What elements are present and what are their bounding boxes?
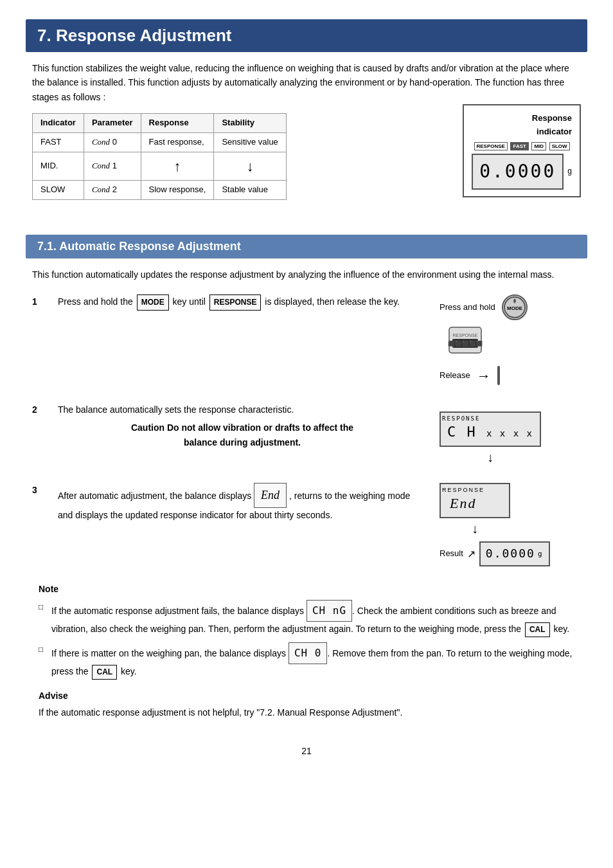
- end-display-inline: End: [254, 483, 287, 508]
- result-label: Result: [440, 547, 463, 561]
- advise-title: Advise: [39, 689, 574, 703]
- press-hold-row: Press and hold MODE: [440, 294, 528, 320]
- step3-text: After automatic adjustment, the balance …: [58, 483, 427, 523]
- section7-title: 7. Response Adjustment: [26, 19, 587, 52]
- section7-container: 7. Response Adjustment This function sta…: [26, 19, 587, 222]
- table-row: MID. Cond 1 ↑ ↓: [33, 152, 287, 180]
- unit-g: g: [567, 165, 572, 177]
- mode-button-detail: RESPONSE ⬛⬛⬛⬛⬛: [446, 324, 484, 360]
- cell-indicator: MID.: [33, 152, 84, 180]
- note-text-1: If the automatic response adjustment fai…: [51, 600, 574, 637]
- cell-param: Cond 2: [84, 180, 141, 199]
- result-display: 0.0000 g: [479, 541, 550, 566]
- result-unit: g: [538, 548, 544, 560]
- cell-stability: Sensitive value: [214, 132, 286, 152]
- svg-text:⬛⬛⬛⬛⬛: ⬛⬛⬛⬛⬛: [448, 340, 483, 347]
- response-badges-row: RESPONSE FAST MID SLOW: [472, 141, 572, 151]
- release-line: [497, 366, 500, 385]
- cell-param: Cond 1: [84, 152, 141, 180]
- step2-caution: Caution Do not allow vibration or drafts…: [58, 420, 427, 451]
- step3-number: 3: [32, 483, 45, 497]
- mode-key-label: MODE: [137, 294, 169, 310]
- col-stability: Stability: [214, 114, 286, 133]
- step2-row: 2 The balance automatically sets the res…: [32, 402, 581, 467]
- note-bullet-1: □: [39, 601, 46, 613]
- badge-fast: FAST: [510, 142, 528, 150]
- note-text-2: If there is matter on the weighing pan, …: [51, 642, 574, 680]
- note-bullet-2: □: [39, 644, 46, 656]
- section7-display-col: Responseindicator RESPONSE FAST MID SLOW…: [463, 104, 581, 197]
- step2-normal-text: The balance automatically sets the respo…: [58, 404, 294, 415]
- ch-display-wrapper: RESPONSE C H x x x x ↓: [440, 411, 541, 467]
- section7-intro: This function stabilizes the weight valu…: [32, 61, 581, 104]
- step1-text: Press and hold the MODE key until RESPON…: [58, 294, 427, 310]
- response-indicator-label: Responseindicator: [472, 112, 572, 139]
- note-item-2: □ If there is matter on the weighing pan…: [39, 642, 574, 680]
- table-row: FAST Cond 0 Fast response, Sensitive val…: [33, 132, 287, 152]
- ch-0-display: CH 0: [289, 642, 328, 664]
- cell-stability: Stable value: [214, 180, 286, 199]
- note-section: Note □ If the automatic response adjustm…: [32, 582, 581, 680]
- advise-section: Advise If the automatic response adjustm…: [32, 689, 581, 720]
- result-row: Result ↗ 0.0000 g: [440, 541, 550, 566]
- end-value: End: [450, 492, 500, 514]
- badge-slow: SLOW: [549, 142, 570, 150]
- lcd-display-row: 0.0000 g: [472, 154, 572, 190]
- badge-response: RESPONSE: [474, 142, 508, 150]
- cal-key-2: CAL: [92, 665, 117, 680]
- result-arrow-icon: ↗: [467, 546, 475, 563]
- lcd-value: 0.0000: [472, 154, 564, 190]
- end-display-label: RESPONSE: [442, 485, 484, 494]
- step1-row: 1 Press and hold the MODE key until RESP…: [32, 294, 581, 387]
- col-indicator: Indicator: [33, 114, 84, 133]
- col-response: Response: [141, 114, 214, 133]
- end-display-wrapper: RESPONSE End ↓: [440, 483, 510, 539]
- step2-diagram: RESPONSE C H x x x x ↓: [440, 405, 581, 467]
- cell-indicator: SLOW: [33, 180, 84, 199]
- cell-response: Slow response,: [141, 180, 214, 199]
- note-item-1: □ If the automatic response adjustment f…: [39, 600, 574, 637]
- ch-display: RESPONSE C H x x x x: [440, 411, 541, 447]
- step3-row: 3 After automatic adjustment, the balanc…: [32, 483, 581, 566]
- ch-display-label: RESPONSE: [442, 414, 480, 423]
- press-hold-label: Press and hold: [440, 301, 495, 314]
- badge-mid: MID: [531, 142, 546, 150]
- ch-value: C H x x x x: [447, 420, 533, 443]
- section71-intro: This function automatically updates the …: [32, 267, 581, 282]
- steps-container: 1 Press and hold the MODE key until RESP…: [32, 294, 581, 566]
- mode-button-diagram: MODE: [502, 294, 528, 320]
- end-display: RESPONSE End: [440, 483, 510, 518]
- table-row: SLOW Cond 2 Slow response, Stable value: [33, 180, 287, 199]
- step1-number: 1: [32, 294, 45, 309]
- end-down-arrow-icon: ↓: [440, 518, 510, 539]
- svg-text:MODE: MODE: [507, 305, 523, 311]
- cell-indicator: FAST: [33, 132, 84, 152]
- svg-text:RESPONSE: RESPONSE: [453, 333, 478, 338]
- section7-table-col: Indicator Parameter Response Stability F…: [32, 104, 443, 209]
- step2-text: The balance automatically sets the respo…: [58, 402, 427, 451]
- section7-top-row: Indicator Parameter Response Stability F…: [32, 104, 581, 209]
- response-key-label: RESPONSE: [209, 294, 262, 310]
- param-table: Indicator Parameter Response Stability F…: [32, 113, 287, 200]
- result-value: 0.0000: [486, 545, 535, 563]
- ch-down-arrow-icon: ↓: [440, 447, 541, 467]
- release-row: Release →: [440, 365, 500, 387]
- step2-number: 2: [32, 402, 45, 417]
- note-title: Note: [39, 582, 574, 596]
- step3-diagram: RESPONSE End ↓ Result ↗ 0.0000 g: [440, 483, 581, 566]
- cell-stability: ↓: [214, 152, 286, 180]
- section71-container: 7.1. Automatic Response Adjustment This …: [26, 235, 587, 733]
- page-number: 21: [26, 746, 587, 756]
- release-arrow-icon: →: [477, 365, 491, 387]
- cell-param: Cond 0: [84, 132, 141, 152]
- col-parameter: Parameter: [84, 114, 141, 133]
- release-label: Release: [440, 369, 470, 383]
- advise-text: If the automatic response adjustment is …: [39, 705, 574, 719]
- section71-title: 7.1. Automatic Response Adjustment: [26, 235, 587, 258]
- ch-ng-display: CH nG: [306, 600, 352, 622]
- response-indicator-box: Responseindicator RESPONSE FAST MID SLOW…: [463, 104, 581, 197]
- cell-response: Fast response,: [141, 132, 214, 152]
- step1-diagram: Press and hold MODE RESPONSE: [440, 294, 581, 387]
- cal-key-1: CAL: [525, 622, 550, 637]
- cell-response: ↑: [141, 152, 214, 180]
